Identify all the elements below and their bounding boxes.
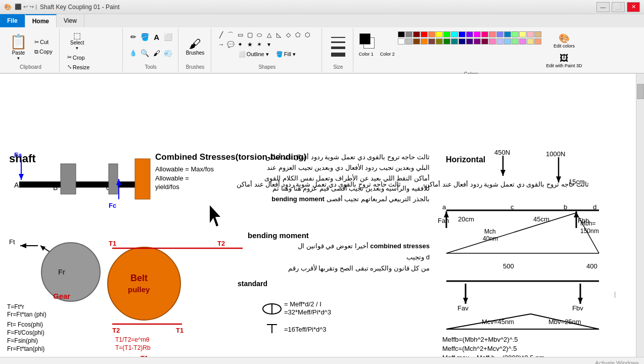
color-rose[interactable] — [527, 31, 534, 37]
curve-shape[interactable]: ⌒ — [226, 30, 235, 39]
svg-text:Horizontal: Horizontal — [446, 155, 485, 164]
pencil-tool[interactable]: ✏ — [128, 31, 139, 42]
color-teal[interactable] — [451, 38, 458, 44]
color-silver[interactable] — [405, 38, 412, 44]
roundrect-shape[interactable]: ▢ — [245, 30, 254, 39]
color-lavender[interactable] — [496, 38, 503, 44]
svg-text:Ft= Fcos(phi): Ft= Fcos(phi) — [7, 321, 43, 328]
color-olive[interactable] — [436, 38, 443, 44]
cut-button[interactable]: ✂ Cut — [32, 38, 55, 47]
copy-button[interactable]: ⧉ Copy — [32, 48, 55, 56]
svg-text:yield/fos: yield/fos — [155, 183, 179, 191]
color-light-blue[interactable] — [496, 31, 503, 37]
svg-text:shaft: shaft — [9, 152, 36, 165]
color-sky-blue[interactable] — [504, 38, 511, 44]
ribbon-tabs: File Home View — [0, 14, 644, 27]
close-button[interactable]: ✕ — [627, 2, 640, 12]
color-gray[interactable] — [405, 31, 412, 37]
color-light-pink[interactable] — [489, 38, 496, 44]
color-brown[interactable] — [413, 38, 420, 44]
pentagon-shape[interactable]: ⬠ — [293, 30, 302, 39]
color-pink-dark[interactable] — [481, 31, 488, 37]
brush-tool[interactable]: 🖌 — [151, 48, 162, 59]
airbrush-tool[interactable]: 💨 — [163, 48, 174, 59]
size-line-2[interactable] — [331, 41, 345, 43]
color-khaki[interactable] — [527, 38, 534, 44]
outline-button[interactable]: ⬜ Outline ▾ — [236, 50, 271, 59]
size-group: Size — [323, 28, 353, 72]
select-button[interactable]: ⬚ Select ▾ — [65, 30, 90, 52]
titlebar-controls[interactable]: — ⬜ ✕ — [596, 2, 640, 12]
color-orange2[interactable] — [421, 38, 428, 44]
vertical-scrollbar[interactable] — [636, 74, 644, 357]
color-orange[interactable] — [428, 31, 435, 37]
color-cyan[interactable] — [451, 31, 458, 37]
color-darkred[interactable] — [413, 31, 420, 37]
color-salmon[interactable] — [534, 38, 541, 44]
color-light-green[interactable] — [512, 31, 519, 37]
edit-colors-button[interactable]: 🎨 Edit colors — [544, 31, 583, 51]
more-shapes[interactable]: ▾ — [264, 40, 273, 49]
maximize-button[interactable]: ⬜ — [612, 2, 625, 12]
clipboard-sub: ✂ Cut ⧉ Copy — [32, 30, 55, 63]
color-tan[interactable] — [534, 31, 541, 37]
color-violet[interactable] — [466, 31, 473, 37]
magnify-tool[interactable]: 🔍 — [140, 48, 151, 59]
color-navy[interactable] — [458, 38, 466, 44]
tab-file[interactable]: File — [0, 14, 25, 27]
edit-paint3d-button[interactable]: 🖼 Edit with Paint 3D — [544, 52, 583, 70]
color-violet2[interactable] — [519, 38, 526, 44]
star6-shape[interactable]: ✶ — [255, 40, 264, 49]
ellipse-shape[interactable]: ⬭ — [255, 30, 264, 39]
color-pale-green[interactable] — [512, 38, 519, 44]
paste-icon: 📋 — [10, 33, 27, 50]
tab-view[interactable]: View — [57, 14, 84, 27]
color-white[interactable] — [398, 38, 405, 44]
size-line-3[interactable] — [331, 47, 345, 49]
resize-button[interactable]: ⤡ Resize — [65, 63, 96, 71]
color-yellow[interactable] — [436, 31, 443, 37]
color-magenta[interactable] — [474, 31, 481, 37]
minimize-button[interactable]: — — [596, 2, 610, 12]
rt-triangle-shape[interactable]: ◺ — [274, 30, 283, 39]
main-canvas[interactable]: shaft A B c Fa Fc Ft Fr Fr Gea — [0, 74, 644, 357]
svg-text:A: A — [14, 181, 19, 189]
color-crimson[interactable] — [481, 38, 488, 44]
text-tool[interactable]: A — [151, 31, 162, 42]
callout-shape[interactable]: 💬 — [226, 40, 235, 49]
arrow-shape[interactable]: → — [216, 40, 225, 49]
color-blue[interactable] — [458, 31, 466, 37]
color-picker-tool[interactable]: 💧 — [128, 48, 139, 59]
color-red[interactable] — [421, 31, 428, 37]
fill-button[interactable]: 🪣 Fill ▾ — [273, 50, 298, 59]
star5-shape[interactable]: ★ — [245, 40, 254, 49]
star4-shape[interactable]: ✦ — [236, 40, 245, 49]
crop-button[interactable]: ✂ Crop — [65, 53, 96, 62]
size-line-4[interactable] — [331, 53, 345, 57]
svg-text:a: a — [442, 203, 446, 211]
color-light-yellow[interactable] — [519, 31, 526, 37]
eraser-tool[interactable]: ⬜ — [163, 31, 174, 42]
brushes-button[interactable]: 🖌 Brushes — [183, 33, 207, 61]
fill-tool[interactable]: 🪣 — [140, 31, 151, 42]
svg-text:F=Ft/Cos(phi): F=Ft/Cos(phi) — [7, 329, 44, 336]
size-line-1[interactable] — [331, 37, 345, 38]
line-shape[interactable]: ╱ — [216, 30, 225, 39]
color-steel-blue[interactable] — [504, 31, 511, 37]
hexagon-shape[interactable]: ⬡ — [303, 30, 312, 39]
tab-home[interactable]: Home — [25, 14, 57, 27]
color-dark-magenta[interactable] — [474, 38, 481, 44]
triangle-shape[interactable]: △ — [264, 30, 273, 39]
shapes-group: ╱ ⌒ ▭ ▢ ⬭ △ ◺ ◇ ⬠ ⬡ → 💬 ✦ ★ ✶ ▾ — [212, 28, 322, 72]
color-brown2[interactable] — [428, 38, 435, 44]
color-purple[interactable] — [466, 38, 473, 44]
color-pink[interactable] — [489, 31, 496, 37]
paste-button[interactable]: 📋 Paste ▾ — [6, 30, 31, 63]
color-black[interactable] — [398, 31, 405, 37]
color-green[interactable] — [443, 31, 450, 37]
color-dark-green[interactable] — [443, 38, 450, 44]
diamond-shape[interactable]: ◇ — [284, 30, 293, 39]
rect-shape[interactable]: ▭ — [236, 30, 245, 39]
color1-swatch[interactable] — [359, 33, 371, 44]
scrollbar-thumb-v[interactable] — [637, 84, 644, 99]
